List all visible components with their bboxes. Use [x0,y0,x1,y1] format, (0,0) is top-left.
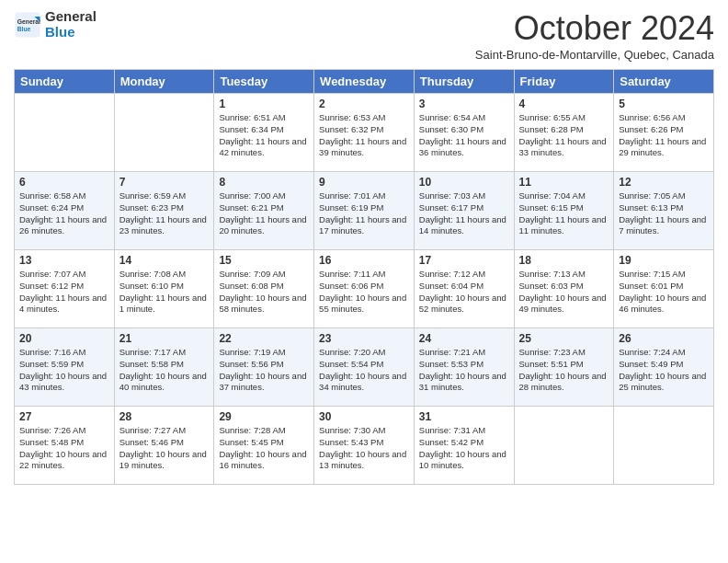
day-info: Sunrise: 7:28 AMSunset: 5:45 PMDaylight:… [219,425,309,472]
calendar-cell: 9Sunrise: 7:01 AMSunset: 6:19 PMDaylight… [314,172,415,250]
calendar-cell: 26Sunrise: 7:24 AMSunset: 5:49 PMDayligh… [614,328,714,407]
day-number: 14 [119,254,210,267]
day-info: Sunrise: 7:00 AMSunset: 6:21 PMDaylight:… [219,190,309,237]
day-number: 23 [319,332,409,345]
day-number: 24 [419,332,509,345]
day-number: 5 [619,98,709,110]
day-info: Sunrise: 7:09 AMSunset: 6:08 PMDaylight:… [219,269,309,316]
title-block: October 2024 Saint-Bruno-de-Montarville,… [475,9,714,62]
logo-blue-text: Blue [45,25,97,40]
calendar-cell: 13Sunrise: 7:07 AMSunset: 6:12 PMDayligh… [15,250,115,328]
day-info: Sunrise: 7:05 AMSunset: 6:13 PMDaylight:… [619,190,709,237]
calendar-cell [614,407,714,485]
day-info: Sunrise: 7:16 AMSunset: 5:59 PMDaylight:… [19,347,109,394]
calendar-cell: 31Sunrise: 7:31 AMSunset: 5:42 PMDayligh… [414,407,514,485]
day-number: 28 [119,410,210,423]
day-number: 10 [419,176,509,189]
day-info: Sunrise: 6:51 AMSunset: 6:34 PMDaylight:… [219,112,309,159]
calendar-cell: 25Sunrise: 7:23 AMSunset: 5:51 PMDayligh… [514,328,614,407]
calendar-cell: 19Sunrise: 7:15 AMSunset: 6:01 PMDayligh… [614,250,714,328]
day-number: 8 [219,176,309,189]
day-number: 26 [619,332,709,345]
calendar-cell: 1Sunrise: 6:51 AMSunset: 6:34 PMDaylight… [214,94,314,172]
day-info: Sunrise: 7:24 AMSunset: 5:49 PMDaylight:… [619,347,709,394]
day-info: Sunrise: 6:54 AMSunset: 6:30 PMDaylight:… [419,112,509,159]
calendar-cell: 8Sunrise: 7:00 AMSunset: 6:21 PMDaylight… [214,172,314,250]
location-subtitle: Saint-Bruno-de-Montarville, Quebec, Cana… [475,48,714,62]
header: General Blue General Blue October 2024 S… [14,9,714,62]
day-info: Sunrise: 7:01 AMSunset: 6:19 PMDaylight:… [319,190,409,237]
month-title: October 2024 [475,9,714,48]
calendar-cell: 30Sunrise: 7:30 AMSunset: 5:43 PMDayligh… [314,407,415,485]
day-number: 21 [119,332,210,345]
day-info: Sunrise: 6:55 AMSunset: 6:28 PMDaylight:… [519,112,609,159]
day-number: 11 [519,176,609,189]
calendar-cell: 28Sunrise: 7:27 AMSunset: 5:46 PMDayligh… [114,407,214,485]
week-row-3: 13Sunrise: 7:07 AMSunset: 6:12 PMDayligh… [15,250,714,328]
day-info: Sunrise: 7:03 AMSunset: 6:17 PMDaylight:… [419,190,509,237]
calendar-cell [114,94,214,172]
day-info: Sunrise: 7:19 AMSunset: 5:56 PMDaylight:… [219,347,309,394]
calendar-cell: 23Sunrise: 7:20 AMSunset: 5:54 PMDayligh… [314,328,415,407]
day-header-monday: Monday [114,70,214,94]
day-number: 17 [419,254,509,267]
calendar-cell: 6Sunrise: 6:58 AMSunset: 6:24 PMDaylight… [15,172,115,250]
day-number: 29 [219,410,309,423]
week-row-5: 27Sunrise: 7:26 AMSunset: 5:48 PMDayligh… [15,407,714,485]
logo-general-text: General [45,9,97,25]
day-info: Sunrise: 7:20 AMSunset: 5:54 PMDaylight:… [319,347,409,394]
day-number: 7 [119,176,210,189]
day-info: Sunrise: 7:15 AMSunset: 6:01 PMDaylight:… [619,269,709,316]
day-info: Sunrise: 6:56 AMSunset: 6:26 PMDaylight:… [619,112,709,159]
svg-rect-0 [16,12,40,37]
calendar-cell: 3Sunrise: 6:54 AMSunset: 6:30 PMDaylight… [414,94,514,172]
day-header-friday: Friday [514,70,614,94]
day-info: Sunrise: 7:08 AMSunset: 6:10 PMDaylight:… [119,269,210,316]
calendar-cell: 10Sunrise: 7:03 AMSunset: 6:17 PMDayligh… [414,172,514,250]
calendar-cell: 12Sunrise: 7:05 AMSunset: 6:13 PMDayligh… [614,172,714,250]
day-header-saturday: Saturday [614,70,714,94]
day-info: Sunrise: 7:13 AMSunset: 6:03 PMDaylight:… [519,269,609,316]
day-header-thursday: Thursday [414,70,514,94]
week-row-1: 1Sunrise: 6:51 AMSunset: 6:34 PMDaylight… [15,94,714,172]
calendar-cell: 29Sunrise: 7:28 AMSunset: 5:45 PMDayligh… [214,407,314,485]
calendar-cell: 20Sunrise: 7:16 AMSunset: 5:59 PMDayligh… [15,328,115,407]
day-number: 4 [519,98,609,110]
page: General Blue General Blue October 2024 S… [0,0,728,563]
day-info: Sunrise: 7:12 AMSunset: 6:04 PMDaylight:… [419,269,509,316]
day-number: 27 [19,410,109,423]
day-info: Sunrise: 6:58 AMSunset: 6:24 PMDaylight:… [19,190,109,237]
day-info: Sunrise: 7:30 AMSunset: 5:43 PMDaylight:… [319,425,409,472]
day-info: Sunrise: 7:04 AMSunset: 6:15 PMDaylight:… [519,190,609,237]
calendar-cell: 11Sunrise: 7:04 AMSunset: 6:15 PMDayligh… [514,172,614,250]
calendar-cell: 18Sunrise: 7:13 AMSunset: 6:03 PMDayligh… [514,250,614,328]
day-info: Sunrise: 7:23 AMSunset: 5:51 PMDaylight:… [519,347,609,394]
day-number: 13 [19,254,109,267]
day-info: Sunrise: 6:53 AMSunset: 6:32 PMDaylight:… [319,112,409,159]
logo-icon: General Blue [14,11,41,39]
calendar-cell: 27Sunrise: 7:26 AMSunset: 5:48 PMDayligh… [15,407,115,485]
calendar-cell: 7Sunrise: 6:59 AMSunset: 6:23 PMDaylight… [114,172,214,250]
day-number: 3 [419,98,509,110]
day-number: 20 [19,332,109,345]
day-header-tuesday: Tuesday [214,70,314,94]
week-row-2: 6Sunrise: 6:58 AMSunset: 6:24 PMDaylight… [15,172,714,250]
day-number: 25 [519,332,609,345]
calendar-cell: 15Sunrise: 7:09 AMSunset: 6:08 PMDayligh… [214,250,314,328]
calendar-cell: 4Sunrise: 6:55 AMSunset: 6:28 PMDaylight… [514,94,614,172]
day-number: 31 [419,410,509,423]
day-info: Sunrise: 7:27 AMSunset: 5:46 PMDaylight:… [119,425,210,472]
day-number: 18 [519,254,609,267]
calendar-cell: 16Sunrise: 7:11 AMSunset: 6:06 PMDayligh… [314,250,415,328]
day-header-sunday: Sunday [15,70,115,94]
day-number: 19 [619,254,709,267]
day-info: Sunrise: 7:31 AMSunset: 5:42 PMDaylight:… [419,425,509,472]
day-info: Sunrise: 6:59 AMSunset: 6:23 PMDaylight:… [119,190,210,237]
calendar-cell: 17Sunrise: 7:12 AMSunset: 6:04 PMDayligh… [414,250,514,328]
day-number: 12 [619,176,709,189]
day-number: 15 [219,254,309,267]
day-number: 6 [19,176,109,189]
day-info: Sunrise: 7:26 AMSunset: 5:48 PMDaylight:… [19,425,109,472]
days-header-row: SundayMondayTuesdayWednesdayThursdayFrid… [15,70,714,94]
calendar-cell: 21Sunrise: 7:17 AMSunset: 5:58 PMDayligh… [114,328,214,407]
